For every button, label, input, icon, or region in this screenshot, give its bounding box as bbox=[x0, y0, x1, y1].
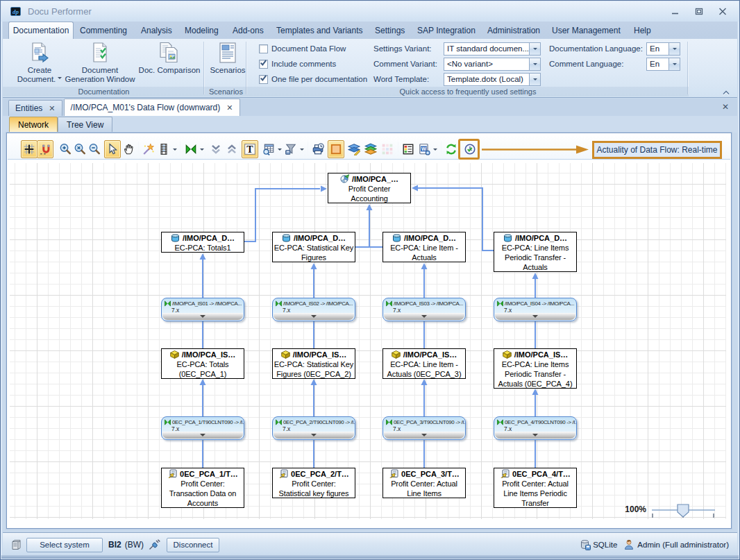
node-collapse-band[interactable] bbox=[162, 313, 243, 320]
checkbox-checked[interactable] bbox=[259, 60, 268, 69]
diagram-node-transformation[interactable]: 0EC_PCA_4/T90CLNT090 -> /I... 7.x bbox=[494, 416, 577, 440]
diagram-node-transformation[interactable]: /IMO/PCA_IS01 -> /IMO/PCA... 7.x bbox=[161, 298, 244, 321]
ribbon-tab-administration[interactable]: Administration bbox=[487, 22, 540, 39]
diagram-node-transformation[interactable]: /IMO/PCA_IS02 -> /IMO/PCA... 7.x bbox=[272, 298, 355, 321]
checkbox-checked[interactable] bbox=[259, 75, 268, 84]
ribbon-tab-analysis[interactable]: Analysis bbox=[141, 22, 172, 39]
diagram-canvas[interactable]: 100% bbox=[8, 160, 730, 527]
tab-entities[interactable]: Entities ✕ bbox=[8, 100, 62, 116]
diagram-node-datasource[interactable]: 0EC_PCA_3/T… Profit Center: Actual Line … bbox=[382, 468, 466, 498]
tab-tree-view[interactable]: Tree View bbox=[58, 117, 112, 133]
diagram-node-datasource[interactable]: 0EC_PCA_2/T… Profit Center: Statistical … bbox=[272, 468, 355, 498]
ribbon-tab-sap-integration[interactable]: SAP Integration bbox=[417, 22, 476, 39]
diagram-node-datastore[interactable]: /IMO/PCA_D… EC-PCA: Totals1 bbox=[161, 232, 244, 253]
toolbar-highlight-button[interactable] bbox=[328, 140, 344, 158]
node-collapse-band[interactable] bbox=[384, 313, 464, 320]
diagram-node-transformation[interactable]: 0EC_PCA_2/T90CLNT090 -> /I... 7.x bbox=[272, 416, 355, 440]
toolbar-pointer-button[interactable] bbox=[104, 140, 121, 158]
disconnect-button[interactable]: Disconnect bbox=[167, 538, 219, 552]
toolbar-export-filter-button[interactable] bbox=[283, 140, 306, 158]
toolbar-pan-hand-button[interactable] bbox=[121, 140, 137, 158]
toolbar-snap-magnet-button[interactable] bbox=[37, 140, 53, 158]
combo-dropdown-button[interactable] bbox=[529, 58, 540, 70]
zoom-slider[interactable] bbox=[650, 502, 726, 520]
ribbon-tab-add-ons[interactable]: Add-ons bbox=[233, 22, 264, 39]
toolbar-grid-toggle-button[interactable] bbox=[21, 140, 37, 158]
documentation-language-combo[interactable]: En bbox=[646, 42, 680, 56]
toolbar-expand-all-button[interactable] bbox=[224, 140, 240, 158]
combo-dropdown-button[interactable] bbox=[668, 43, 680, 55]
diagram-node-infosource[interactable]: /IMO/PCA_IS… EC-PCA: Line Item - Actuals… bbox=[382, 348, 466, 379]
dropdown-caret-icon[interactable] bbox=[173, 149, 177, 153]
node-collapse-band[interactable] bbox=[274, 313, 354, 320]
toolbar-zoom-out-button[interactable] bbox=[86, 140, 103, 158]
diagram-node-datasource[interactable]: 0EC_PCA_4/T… Profit Center: Actual Line … bbox=[494, 468, 577, 508]
toolbar-filmstrip-button[interactable] bbox=[155, 140, 179, 158]
node-collapse-band[interactable] bbox=[384, 432, 464, 439]
checkbox-unchecked[interactable] bbox=[259, 44, 268, 53]
diagram-node-infosource[interactable]: /IMO/PCA_IS… EC-PCA: Line Items Periodic… bbox=[494, 348, 577, 389]
combo-dropdown-button[interactable] bbox=[529, 74, 540, 85]
create-document-button[interactable]: Create Document. bbox=[13, 41, 66, 84]
diagram-node-infocube[interactable]: /IMO/PCA_… Profit Center Accounting bbox=[328, 173, 411, 203]
dropdown-caret-icon[interactable] bbox=[200, 149, 204, 153]
diagram-node-transformation[interactable]: 0EC_PCA_1/T90CLNT090 -> /I... 7.x bbox=[161, 416, 244, 440]
ribbon-tab-help[interactable]: Help bbox=[634, 22, 651, 39]
restore-button[interactable] bbox=[692, 6, 706, 17]
ribbon-tab-modeling[interactable]: Modeling bbox=[185, 22, 219, 39]
minimize-button[interactable] bbox=[668, 6, 682, 17]
settings-variant-combo[interactable]: IT standard documen... bbox=[444, 42, 541, 56]
toolbar-auto-layout-button[interactable] bbox=[140, 140, 157, 158]
scenarios-button[interactable]: Scenarios bbox=[208, 41, 248, 75]
toolbar-legend-button[interactable] bbox=[400, 140, 417, 158]
diagram-node-datastore[interactable]: /IMO/PCA_D… EC-PCA: Line Item - Actuals bbox=[382, 232, 466, 262]
node-collapse-band[interactable] bbox=[495, 313, 575, 320]
toolbar-refresh-button[interactable] bbox=[443, 140, 460, 158]
toolbar-table-search-button[interactable] bbox=[260, 140, 284, 158]
toolbar-word-export-button[interactable]: W bbox=[416, 140, 439, 158]
close-button[interactable] bbox=[716, 6, 730, 17]
node-collapse-band[interactable] bbox=[274, 432, 354, 439]
ribbon-tab-documentation[interactable]: Documentation bbox=[8, 22, 74, 39]
diagram-node-transformation[interactable]: 0EC_PCA_3/T90CLNT090 -> /I... 7.x bbox=[382, 416, 466, 440]
ribbon-tab-settings[interactable]: Settings bbox=[375, 22, 405, 39]
title-bar[interactable]: dp Docu Performer bbox=[1, 1, 739, 22]
toolbar-layers-edit-button[interactable] bbox=[346, 140, 362, 158]
dropdown-caret-icon[interactable] bbox=[433, 149, 437, 153]
collapse-ribbon-icon[interactable] bbox=[722, 88, 730, 95]
node-collapse-band[interactable] bbox=[495, 432, 575, 439]
diagram-node-datasource[interactable]: 0EC_PCA_1/T… Profit Center: Transaction … bbox=[161, 468, 244, 508]
comment-variant-combo[interactable]: <No variant> bbox=[444, 58, 541, 71]
doc-comparison-button[interactable]: Doc. Comparison bbox=[137, 41, 201, 75]
close-tab-icon[interactable]: ✕ bbox=[49, 104, 55, 113]
close-view-icon[interactable]: ✕ bbox=[722, 102, 729, 112]
ribbon-tab-templates-and-variants[interactable]: Templates and Variants bbox=[276, 22, 363, 39]
toolbar-transformation-button[interactable] bbox=[183, 140, 206, 158]
dropdown-caret-icon[interactable] bbox=[278, 149, 282, 153]
comment-language-combo[interactable]: En bbox=[646, 58, 680, 71]
combo-dropdown-button[interactable] bbox=[529, 43, 540, 55]
document-generation-window-button[interactable]: Document Generation Window bbox=[63, 41, 137, 84]
combo-dropdown-button[interactable] bbox=[668, 58, 680, 70]
diagram-node-transformation[interactable]: /IMO/PCA_IS03 -> /IMO/PCA... 7.x bbox=[382, 298, 466, 321]
select-system-button[interactable]: Select system bbox=[26, 538, 103, 552]
diagram-node-infosource[interactable]: /IMO/PCA_IS… EC-PCA: Statistical Key Fig… bbox=[272, 348, 355, 379]
toolbar-text-tool-button[interactable]: T bbox=[242, 140, 258, 158]
ribbon-tab-user-management[interactable]: User Management bbox=[552, 22, 621, 39]
diagram-node-transformation[interactable]: /IMO/PCA_IS04 -> /IMO/PCA... 7.x bbox=[494, 298, 577, 321]
ribbon-tab-commenting[interactable]: Commenting bbox=[80, 22, 127, 39]
zoom-slider-thumb[interactable] bbox=[678, 504, 689, 517]
diagram-node-datastore[interactable]: /IMO/PCA_D… EC-PCA: Statistical Key Figu… bbox=[272, 232, 355, 262]
toolbar-collapse-all-button[interactable] bbox=[208, 140, 224, 158]
diagram-node-infosource[interactable]: /IMO/PCA_IS… EC-PCA: Totals (0EC_PCA_1) bbox=[161, 348, 244, 379]
toolbar-layers-color-button[interactable] bbox=[362, 140, 379, 158]
toolbar-print-button[interactable] bbox=[310, 140, 326, 158]
toolbar-color-grid-button[interactable] bbox=[379, 140, 396, 158]
diagram-node-datastore[interactable]: /IMO/PCA_D… EC-PCA: Line Items Periodic … bbox=[494, 232, 577, 272]
node-collapse-band[interactable] bbox=[162, 432, 243, 439]
word-template-combo[interactable]: Template.dotx (Local) bbox=[444, 73, 541, 86]
close-tab-icon[interactable]: ✕ bbox=[226, 103, 233, 112]
tab-data-flow[interactable]: /IMO/PCA_M01's Data Flow (downward) ✕ bbox=[64, 99, 240, 116]
tab-network[interactable]: Network bbox=[9, 117, 58, 133]
dropdown-caret-icon[interactable] bbox=[300, 149, 304, 153]
